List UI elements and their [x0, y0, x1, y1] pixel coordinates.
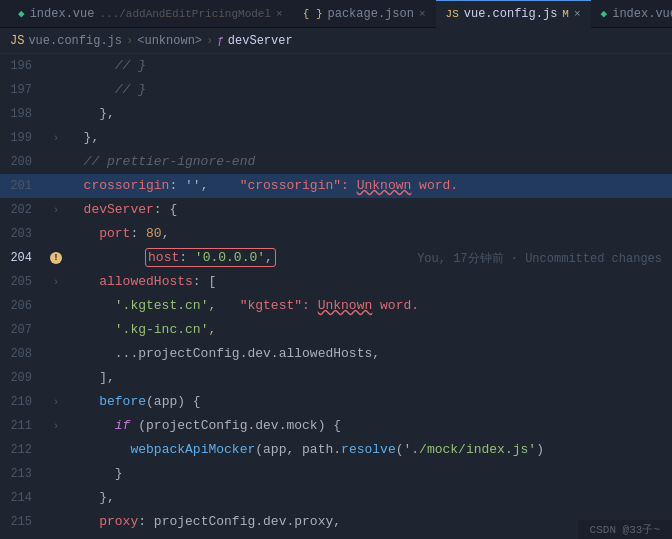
- code-line-201: 201 crossorigin: '', "crossorigin": Unkn…: [0, 174, 672, 198]
- code-line-202: 202 › devServer: {: [0, 198, 672, 222]
- line-number: 209: [0, 371, 48, 385]
- fold-icon[interactable]: ›: [53, 397, 59, 408]
- line-content: // }: [64, 78, 672, 102]
- line-content: ...projectConfig.dev.allowedHosts,: [64, 342, 672, 366]
- gutter: ›: [48, 421, 64, 432]
- tab-label: vue.config.js: [464, 7, 558, 21]
- gutter: !: [48, 252, 64, 264]
- line-number: 211: [0, 419, 48, 433]
- gutter: ›: [48, 205, 64, 216]
- code-line-214: 214 },: [0, 486, 672, 510]
- code-line-199: 199 › },: [0, 126, 672, 150]
- git-blame-hint: You, 17分钟前 · Uncommitted changes: [417, 250, 662, 267]
- code-line-208: 208 ...projectConfig.dev.allowedHosts,: [0, 342, 672, 366]
- code-line-196: 196 // }: [0, 54, 672, 78]
- tab-label: index.vue: [612, 7, 672, 21]
- code-line-211: 211 › if (projectConfig.dev.mock) {: [0, 414, 672, 438]
- tab-sublabel: .../addAndEditPricingModel: [99, 8, 271, 20]
- fold-icon[interactable]: ›: [53, 421, 59, 432]
- line-number: 196: [0, 59, 48, 73]
- line-content: // }: [64, 54, 672, 78]
- line-content: crossorigin: '', "crossorigin": Unknown …: [64, 174, 672, 198]
- breadcrumb-unknown[interactable]: <unknown>: [137, 34, 202, 48]
- line-number: 210: [0, 395, 48, 409]
- breadcrumb-bar: JS vue.config.js › <unknown> › ƒ devServ…: [0, 28, 672, 54]
- line-content: // prettier-ignore-end: [64, 150, 672, 174]
- tab-package[interactable]: { } package.json ×: [293, 0, 436, 28]
- code-line-204: 204 ! host: '0.0.0.0', You, 17分钟前 · Unco…: [0, 246, 672, 270]
- line-content: },: [64, 126, 672, 150]
- line-number: 204: [0, 251, 48, 265]
- warning-icon: !: [50, 252, 62, 264]
- line-number: 208: [0, 347, 48, 361]
- line-number: 203: [0, 227, 48, 241]
- code-line-205: 205 › allowedHosts: [: [0, 270, 672, 294]
- line-content: allowedHosts: [: [64, 270, 672, 294]
- gutter: ›: [48, 277, 64, 288]
- code-line-209: 209 ],: [0, 366, 672, 390]
- line-content: webpackApiMocker(app, path.resolve('./mo…: [64, 438, 672, 462]
- breadcrumb-devserver[interactable]: devServer: [228, 34, 293, 48]
- tab-label: index.vue: [30, 7, 95, 21]
- line-content: },: [64, 486, 672, 510]
- fold-icon[interactable]: ›: [53, 205, 59, 216]
- tab-vue-icon: ◆: [18, 7, 25, 20]
- code-line-212: 212 webpackApiMocker(app, path.resolve('…: [0, 438, 672, 462]
- line-content: },: [64, 102, 672, 126]
- breadcrumb-file[interactable]: vue.config.js: [28, 34, 122, 48]
- code-line-197: 197 // }: [0, 78, 672, 102]
- line-content: '.kg-inc.cn',: [64, 318, 672, 342]
- tab-json-icon: { }: [303, 8, 323, 20]
- tab-close[interactable]: ×: [574, 8, 581, 20]
- tab-vue-config[interactable]: JS vue.config.js M ×: [436, 0, 591, 28]
- gutter: ›: [48, 397, 64, 408]
- code-line-198: 198 },: [0, 102, 672, 126]
- line-number: 200: [0, 155, 48, 169]
- tab-index-pricing[interactable]: ◆ index.vue .../pricingDetail ×: [591, 0, 672, 28]
- line-number: 205: [0, 275, 48, 289]
- line-number: 199: [0, 131, 48, 145]
- line-content: before(app) {: [64, 390, 672, 414]
- code-area: 196 // } 197 // } 198 }, 199 › }, 200 //…: [0, 54, 672, 539]
- line-number: 198: [0, 107, 48, 121]
- tab-index-add[interactable]: ◆ index.vue .../addAndEditPricingModel ×: [8, 0, 293, 28]
- code-line-210: 210 › before(app) {: [0, 390, 672, 414]
- fold-icon[interactable]: ›: [53, 133, 59, 144]
- tab-close[interactable]: ×: [276, 8, 283, 20]
- status-text: CSDN @33子~: [590, 524, 660, 536]
- line-number: 214: [0, 491, 48, 505]
- line-number: 197: [0, 83, 48, 97]
- code-line-200: 200 // prettier-ignore-end: [0, 150, 672, 174]
- line-number: 207: [0, 323, 48, 337]
- line-content: }: [64, 462, 672, 486]
- tab-modified: M: [562, 8, 569, 20]
- code-line-207: 207 '.kg-inc.cn',: [0, 318, 672, 342]
- gutter: ›: [48, 133, 64, 144]
- tab-js-icon: JS: [446, 8, 459, 20]
- tab-label: package.json: [328, 7, 414, 21]
- line-content: '.kgtest.cn', "kgtest": Unknown word.: [64, 294, 672, 318]
- line-number: 215: [0, 515, 48, 529]
- line-content: devServer: {: [64, 198, 672, 222]
- line-number: 213: [0, 467, 48, 481]
- code-line-206: 206 '.kgtest.cn', "kgtest": Unknown word…: [0, 294, 672, 318]
- code-line-215: 215 proxy: projectConfig.dev.proxy,: [0, 510, 672, 534]
- tab-close[interactable]: ×: [419, 8, 426, 20]
- code-line-213: 213 }: [0, 462, 672, 486]
- line-number: 201: [0, 179, 48, 193]
- fold-icon[interactable]: ›: [53, 277, 59, 288]
- title-bar: ◆ index.vue .../addAndEditPricingModel ×…: [0, 0, 672, 28]
- line-number: 206: [0, 299, 48, 313]
- status-bar: CSDN @33子~: [578, 520, 672, 539]
- line-content: ],: [64, 366, 672, 390]
- breadcrumb-fn-icon: ƒ: [217, 35, 224, 47]
- breadcrumb-js-icon: JS: [10, 34, 24, 48]
- tab-vue-icon2: ◆: [601, 7, 608, 20]
- line-content: if (projectConfig.dev.mock) {: [64, 414, 672, 438]
- line-number: 202: [0, 203, 48, 217]
- line-number: 212: [0, 443, 48, 457]
